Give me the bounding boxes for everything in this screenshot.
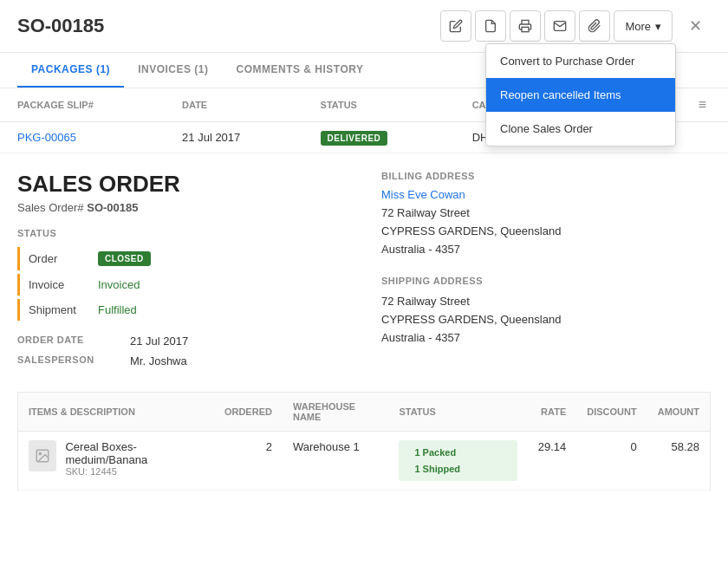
more-button[interactable]: More ▾	[614, 10, 673, 42]
item-amount: 58.28	[647, 432, 711, 491]
dropdown-menu: Convert to Purchase Order Reopen cancell…	[485, 43, 676, 146]
billing-address-name[interactable]: Miss Eve Cowan	[381, 188, 711, 201]
chevron-down-icon: ▾	[655, 20, 661, 33]
package-date: 21 Jul 2017	[165, 122, 302, 153]
status-section-label: STATUS	[17, 228, 347, 238]
col-date: DATE	[165, 88, 302, 122]
page-title: SO-00185	[17, 15, 104, 37]
status-key-order: Order	[29, 252, 98, 265]
dropdown-item-reopen[interactable]: Reopen cancelled Items	[486, 78, 675, 112]
item-description-cell: Cereal Boxes-meduim/Banana SKU: 12445	[18, 432, 214, 491]
shipping-address-line3: Australia - 4357	[381, 329, 711, 348]
status-row-shipment: Shipment Fulfilled	[17, 299, 347, 321]
sales-order-number-label: Sales Order# SO-00185	[17, 201, 347, 214]
tab-comments[interactable]: COMMENTS & HISTORY	[222, 53, 377, 88]
shipping-address-section: SHIPPING ADDRESS 72 Railway Street CYPRE…	[381, 276, 711, 347]
billing-address-line1: 72 Railway Street	[381, 205, 711, 223]
order-date-label: ORDER DATE	[17, 335, 130, 348]
billing-address-section: BILLING ADDRESS Miss Eve Cowan 72 Railwa…	[381, 171, 711, 258]
left-panel: SALES ORDER Sales Order# SO-00185 STATUS…	[17, 171, 347, 374]
image-icon	[35, 448, 50, 464]
status-row-invoice: Invoice Invoiced	[17, 274, 347, 296]
edit-icon	[449, 19, 463, 33]
item-info: Cereal Boxes-meduim/Banana SKU: 12445	[29, 440, 204, 477]
menu-icon[interactable]: ≡	[699, 97, 706, 113]
dropdown-item-convert[interactable]: Convert to Purchase Order	[486, 44, 675, 78]
status-row-order: Order CLOSED	[17, 247, 347, 270]
salesperson-value: Mr. Joshwa	[130, 354, 187, 367]
items-col-amount: AMOUNT	[647, 393, 711, 432]
order-date-row: ORDER DATE 21 Jul 2017	[17, 335, 347, 348]
billing-address-line3: Australia - 4357	[381, 241, 711, 259]
items-section: ITEMS & DESCRIPTION ORDERED WAREHOUSE NA…	[0, 392, 728, 491]
item-status: 1 Packed 1 Shipped	[388, 432, 527, 491]
sales-order-title: SALES ORDER	[17, 171, 347, 198]
item-name: Cereal Boxes-meduim/Banana	[65, 440, 203, 466]
close-button[interactable]: ✕	[679, 10, 711, 42]
item-rate: 29.14	[528, 432, 577, 491]
header-actions: More ▾ ✕	[440, 10, 711, 42]
items-col-discount: DISCOUNT	[576, 393, 647, 432]
status-val-order: CLOSED	[98, 251, 151, 266]
print-icon	[518, 19, 532, 33]
main-content: SALES ORDER Sales Order# SO-00185 STATUS…	[0, 153, 728, 392]
shipping-address-line1: 72 Railway Street	[381, 293, 711, 311]
col-status: STATUS	[303, 88, 455, 122]
tab-invoices[interactable]: INVOICES (1)	[124, 53, 222, 88]
items-table: ITEMS & DESCRIPTION ORDERED WAREHOUSE NA…	[17, 392, 711, 491]
billing-address-line2: CYPRESS GARDENS, Queensland	[381, 223, 711, 241]
col-package-slip: PACKAGE SLIP#	[0, 88, 165, 122]
order-date-value: 21 Jul 2017	[130, 335, 188, 348]
mail-button[interactable]	[544, 10, 575, 42]
sales-order-number: SO-00185	[87, 201, 138, 214]
billing-address-label: BILLING ADDRESS	[381, 171, 711, 181]
document-button[interactable]	[475, 10, 506, 42]
shipping-address-line2: CYPRESS GARDENS, Queensland	[381, 311, 711, 329]
item-ordered: 2	[214, 432, 283, 491]
item-sku: SKU: 12445	[65, 466, 203, 477]
attachment-button[interactable]	[579, 10, 610, 42]
clip-icon	[588, 19, 601, 33]
item-row: Cereal Boxes-meduim/Banana SKU: 12445 2 …	[18, 432, 711, 491]
salesperson-label: SALESPERSON	[17, 354, 130, 367]
print-button[interactable]	[510, 10, 541, 42]
items-col-ordered: ORDERED	[214, 393, 283, 432]
tab-packages[interactable]: PACKAGES (1)	[17, 53, 124, 88]
shipped-badge: 1 Shipped	[407, 462, 467, 476]
package-link[interactable]: PKG-00065	[17, 131, 76, 144]
items-col-description: ITEMS & DESCRIPTION	[18, 393, 214, 432]
edit-button[interactable]	[440, 10, 471, 42]
svg-point-2	[39, 452, 41, 454]
status-val-shipment: Fulfilled	[98, 303, 137, 316]
items-col-warehouse: WAREHOUSE NAME	[283, 393, 388, 432]
svg-rect-0	[522, 27, 529, 31]
item-discount: 0	[576, 432, 647, 491]
more-label: More	[625, 20, 651, 33]
salesperson-row: SALESPERSON Mr. Joshwa	[17, 354, 347, 367]
status-key-shipment: Shipment	[29, 303, 98, 316]
mail-icon	[553, 19, 567, 33]
dropdown-item-clone[interactable]: Clone Sales Order	[486, 112, 675, 146]
packed-badge: 1 Packed	[407, 445, 463, 459]
item-image	[29, 440, 56, 471]
items-col-rate: RATE	[528, 393, 577, 432]
status-val-invoice: Invoiced	[98, 278, 140, 291]
document-icon	[484, 19, 497, 33]
items-col-status: STATUS	[388, 393, 527, 432]
shipping-address-label: SHIPPING ADDRESS	[381, 276, 711, 286]
item-warehouse: Warehouse 1	[283, 432, 388, 491]
package-status: DELIVERED	[303, 122, 455, 153]
right-panel: BILLING ADDRESS Miss Eve Cowan 72 Railwa…	[381, 171, 711, 374]
status-key-invoice: Invoice	[29, 278, 98, 291]
